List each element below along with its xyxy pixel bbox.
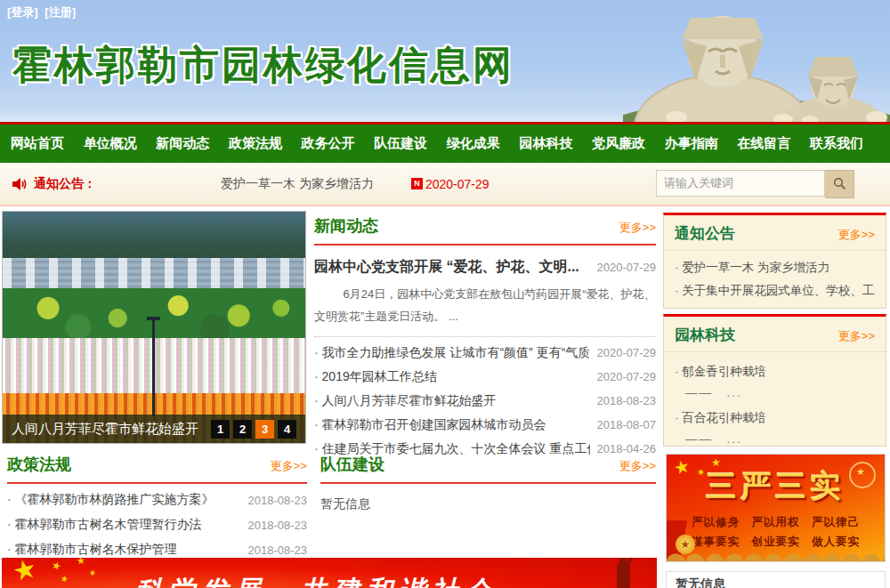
banner-slogan-text: 科学发展 共建和谐社会: [135, 573, 498, 588]
register-link[interactable]: [注册]: [44, 5, 76, 19]
slider-page-1[interactable]: 1: [211, 420, 230, 439]
auth-links: [登录] [注册]: [7, 4, 79, 20]
policy-item-title[interactable]: 霍林郭勒市古树名木管理暂行办法: [7, 517, 241, 533]
policy-item: 《霍林郭勒市林荫路推广实施方案》 2018-08-23: [7, 487, 307, 512]
nav-item-message[interactable]: 在线留言: [737, 135, 790, 152]
news-item: 我市全力助推绿色发展 让城市有“颜值” 更有“气质” 2020-07-29: [314, 341, 656, 365]
notice-date: 2020-07-29: [425, 177, 490, 191]
nav-item-news[interactable]: 新闻动态: [156, 135, 209, 152]
policy-section: 政策法规 更多>> 《霍林郭勒市林荫路推广实施方案》 2018-08-23 霍林…: [7, 454, 307, 562]
slider-photo-buildings: [3, 258, 305, 288]
news-item-date: 2018-08-07: [597, 418, 657, 431]
tech-item-title[interactable]: 郁金香引种栽培: [675, 361, 875, 383]
great-wall-decoration: [667, 547, 885, 561]
main-content: 人间八月芳菲尽霍市鲜花始盛开 1 2 3 4 新闻动态 更多>> 园林中心党支部…: [0, 205, 890, 588]
news-item: 人间八月芳菲尽霍市鲜花始盛开 2018-08-23: [314, 389, 656, 413]
slider-page-3-active[interactable]: 3: [255, 420, 274, 439]
policy-section-header: 政策法规 更多>>: [7, 454, 307, 484]
team-empty-text: 暂无信息: [320, 496, 656, 512]
policy-item-title[interactable]: 霍林郭勒市古树名木保护管理: [7, 542, 241, 558]
small-star-icon: ★: [87, 568, 98, 579]
notices-list: 爱护一草一木 为家乡增活力 关于集中开展花园式单位、学校、工厂...: [664, 251, 886, 308]
search-button[interactable]: [825, 170, 854, 198]
star-icon: ★: [710, 455, 721, 469]
notices-box-title: 通知公告: [675, 223, 735, 244]
notice-ticker-link[interactable]: 爱护一草一木 为家乡增活力: [221, 176, 374, 192]
policy-item-date: 2018-08-23: [248, 544, 308, 557]
news-item-title[interactable]: 我市全力助推绿色发展 让城市有“颜值” 更有“气质”: [314, 345, 590, 361]
notice-item[interactable]: 爱护一草一木 为家乡增活力: [675, 256, 875, 279]
garden-tech-header: 园林科技 更多>>: [664, 317, 886, 352]
nav-item-home[interactable]: 网站首页: [11, 135, 64, 152]
news-item: 2019年园林工作总结 2020-07-29: [314, 365, 656, 389]
sanyan-slogan-line1: 严以修身 严以用权 严以律己: [667, 515, 885, 530]
notices-more-link[interactable]: 更多>>: [838, 227, 875, 243]
team-section-header: 队伍建设 更多>>: [320, 454, 656, 484]
notice-label: 通知公告：: [34, 176, 96, 192]
bottom-right-box: 暂无信息: [666, 571, 886, 588]
nav-item-contact[interactable]: 联系我们: [810, 135, 863, 152]
news-item-date: 2020-07-29: [597, 346, 657, 359]
login-link[interactable]: [登录]: [7, 5, 38, 19]
policy-list: 《霍林郭勒市林荫路推广实施方案》 2018-08-23 霍林郭勒市古树名木管理暂…: [7, 487, 307, 562]
tech-item-sub: —— ...: [675, 383, 875, 404]
news-item-title[interactable]: 霍林郭勒市召开创建国家园林城市动员会: [314, 417, 590, 433]
soldier-statue-silhouette: [617, 563, 630, 588]
featured-news-date: 2020-07-29: [597, 261, 657, 274]
news-list: 我市全力助推绿色发展 让城市有“颜值” 更有“气质” 2020-07-29 20…: [314, 341, 656, 461]
nav-item-tech[interactable]: 园林科技: [519, 135, 572, 152]
nav-item-greening[interactable]: 绿化成果: [447, 135, 500, 152]
slider-caption-bar: 人间八月芳菲尽霍市鲜花始盛开 1 2 3 4: [3, 415, 305, 443]
policy-more-link[interactable]: 更多>>: [271, 458, 307, 474]
nav-item-team[interactable]: 队伍建设: [374, 135, 427, 152]
slider-pagination: 1 2 3 4: [211, 420, 296, 439]
notice-ticker-bar: 通知公告： 爱护一草一木 为家乡增活力 N 2020-07-29: [0, 163, 890, 205]
news-more-link[interactable]: 更多>>: [619, 220, 656, 236]
nav-item-party[interactable]: 党风廉政: [592, 135, 645, 152]
small-star-icon: ★: [60, 573, 69, 584]
big-star-icon: ★: [9, 558, 40, 588]
slider-photo-sprinkler-pole: [152, 317, 155, 416]
featured-news: 园林中心党支部开展 “爱花、护花、文明... 2020-07-29: [314, 258, 656, 277]
policy-section-title: 政策法规: [7, 454, 71, 475]
team-more-link[interactable]: 更多>>: [619, 458, 656, 474]
news-item-date: 2018-08-23: [597, 394, 657, 407]
news-section-header: 新闻动态 更多>>: [314, 215, 656, 246]
news-item-title[interactable]: 人间八月芳菲尽霍市鲜花始盛开: [314, 393, 590, 409]
slider-caption-link[interactable]: 人间八月芳菲尽霍市鲜花始盛开: [12, 421, 211, 438]
news-item-title[interactable]: 2019年园林工作总结: [314, 369, 590, 385]
bottom-red-banner[interactable]: ★ ★ ★ ★ ★ 科学发展 共建和谐社会: [2, 558, 657, 588]
slider-photo-hills: [3, 212, 305, 258]
nav-item-gov-affairs[interactable]: 政务公开: [302, 135, 355, 152]
tech-item-title[interactable]: 百合花引种栽培: [675, 407, 875, 429]
nav-item-about[interactable]: 单位概况: [84, 135, 137, 152]
tech-item-sub: —— ...: [675, 429, 875, 450]
party-emblem-icon: ★: [676, 535, 695, 554]
small-star-icon: ★: [50, 559, 63, 574]
slider-page-4[interactable]: 4: [278, 420, 296, 439]
site-search: [656, 170, 854, 198]
ring-decoration: [849, 462, 876, 488]
sanyan-sanshi-banner[interactable]: ★ ★ ★ 三严三实 严以修身 严以用权 严以律己 谋事要实 创业要实 做人要实…: [666, 454, 886, 562]
featured-news-title[interactable]: 园林中心党支部开展 “爱花、护花、文明...: [314, 258, 590, 277]
site-title: 霍林郭勒市园林绿化信息网: [12, 39, 514, 92]
news-item: 霍林郭勒市召开创建国家园林城市动员会 2018-08-07: [314, 413, 656, 437]
magnifier-icon: [833, 177, 846, 190]
garden-tech-more-link[interactable]: 更多>>: [838, 328, 875, 344]
speaker-icon: [12, 177, 27, 191]
notices-box: 通知公告 更多>> 爱护一草一木 为家乡增活力 关于集中开展花园式单位、学校、工…: [663, 213, 886, 309]
slider-page-2[interactable]: 2: [233, 420, 252, 439]
team-section: 队伍建设 更多>> 暂无信息: [320, 454, 656, 512]
photo-slider[interactable]: 人间八月芳菲尽霍市鲜花始盛开 1 2 3 4: [2, 211, 306, 444]
nav-item-guide[interactable]: 办事指南: [665, 135, 718, 152]
news-item-date: 2020-07-29: [597, 370, 657, 383]
garden-tech-list: 郁金香引种栽培 —— ... 百合花引种栽培 —— ...: [664, 352, 886, 455]
main-nav: 网站首页 单位概况 新闻动态 政策法规 政务公开 队伍建设 绿化成果 园林科技 …: [0, 122, 890, 163]
policy-item-title[interactable]: 《霍林郭勒市林荫路推广实施方案》: [7, 492, 241, 508]
nav-item-policy[interactable]: 政策法规: [229, 135, 282, 152]
policy-item-date: 2018-08-23: [248, 494, 308, 507]
notice-item[interactable]: 关于集中开展花园式单位、学校、工厂...: [675, 279, 875, 302]
new-badge: N: [411, 178, 423, 189]
policy-item-date: 2018-08-23: [248, 519, 308, 532]
search-input[interactable]: [656, 170, 825, 197]
